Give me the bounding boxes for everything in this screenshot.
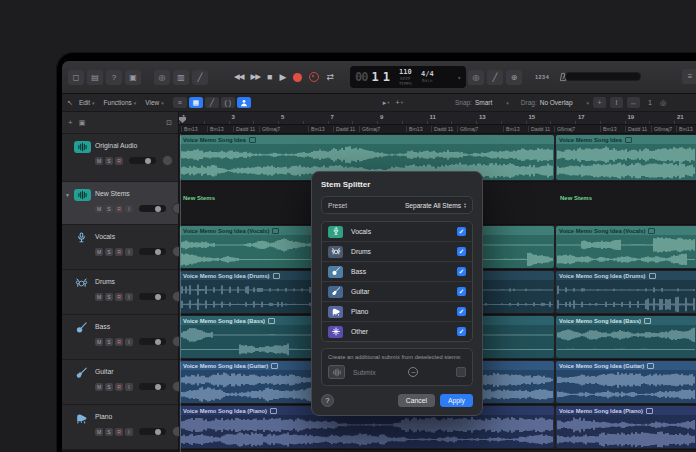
solo-button[interactable]: S [105, 205, 113, 213]
record-enable-button[interactable]: R [115, 383, 123, 391]
rewind-button[interactable]: ◀◀ [234, 73, 244, 81]
volume-knob[interactable] [155, 294, 161, 300]
solo-button[interactable]: S [105, 383, 113, 391]
record-enable-button[interactable]: R [115, 293, 123, 301]
grid-view-icon[interactable]: ▦ [189, 97, 203, 108]
master-volume-slider[interactable] [565, 72, 641, 81]
smart-controls-icon[interactable]: ◎ [154, 70, 170, 85]
tuner-icon[interactable]: ◎ [468, 70, 484, 85]
mute-button[interactable]: M [95, 338, 103, 346]
stem-splitter-icon[interactable] [237, 97, 251, 108]
track-header-original-audio[interactable]: Original AudioMSR [62, 134, 178, 182]
solo-button[interactable]: S [105, 157, 113, 165]
cycle-icon[interactable]: ⇄ [326, 73, 334, 82]
playhead-marker-icon[interactable] [179, 117, 186, 123]
command-click-tool-menu[interactable]: +▾ [396, 99, 403, 106]
add-track-button[interactable]: + [68, 118, 73, 127]
region-list-icon[interactable]: ≡ [173, 97, 187, 108]
quick-help-icon[interactable]: ? [106, 70, 122, 85]
automation-icon[interactable]: ╱ [205, 97, 219, 108]
catch-playhead-icon[interactable]: ↖ [67, 99, 73, 107]
disclosure-chevron-icon[interactable]: ▼ [65, 192, 70, 198]
pointer-tool-menu[interactable]: ▸▾ [383, 99, 390, 107]
volume-knob[interactable] [155, 206, 161, 212]
record-enable-button[interactable]: R [115, 338, 123, 346]
volume-knob[interactable] [145, 158, 151, 164]
minus-circle-icon[interactable]: – [408, 367, 418, 377]
volume-slider[interactable] [139, 383, 166, 390]
capture-record-icon[interactable] [309, 72, 319, 82]
library-icon[interactable]: ◻ [68, 70, 84, 85]
solo-button[interactable]: S [105, 248, 113, 256]
input-monitor-button[interactable]: I [125, 383, 133, 391]
track-header-piano[interactable]: PianoMSRI [62, 405, 178, 450]
volume-slider[interactable] [139, 205, 166, 212]
track-header-bass[interactable]: BassMSRI [62, 315, 178, 360]
functions-menu[interactable]: Functions▾ [104, 99, 137, 106]
region-guitar[interactable]: Voice Memo Song Idea (Guitar) [556, 361, 696, 403]
help-button[interactable]: ? [321, 394, 334, 407]
track-header-new-stems[interactable]: ▼New StemsMSRI [62, 182, 178, 225]
solo-button[interactable]: S [105, 338, 113, 346]
mute-button[interactable]: M [95, 383, 103, 391]
volume-slider[interactable] [139, 428, 166, 435]
pan-knob[interactable] [162, 155, 173, 166]
track-header-drums[interactable]: DrumsMSRI [62, 270, 178, 315]
edit-menu[interactable]: Edit▾ [79, 99, 95, 106]
snap-menu[interactable]: Snap: Smart▾ [455, 99, 509, 106]
count-in-button[interactable]: 1234 [535, 74, 549, 80]
record-enable-button[interactable]: R [115, 205, 123, 213]
region-vocals[interactable]: Voice Memo Song Idea (Vocals) [556, 226, 696, 268]
mute-button[interactable]: M [95, 205, 103, 213]
resize-icon[interactable]: ↔ [627, 97, 640, 108]
pencil-icon[interactable]: ╱ [487, 70, 503, 85]
volume-knob[interactable] [155, 429, 161, 435]
volume-knob[interactable] [155, 339, 161, 345]
stem-checkbox[interactable]: ✓ [457, 327, 466, 336]
mute-button[interactable]: M [95, 293, 103, 301]
volume-knob[interactable] [155, 384, 161, 390]
mute-button[interactable]: M [95, 157, 103, 165]
region-original-audio[interactable]: Voice Memo Song Idea [556, 135, 696, 180]
track-header-options-icon[interactable]: ⊡ [166, 119, 172, 127]
mixer-icon[interactable]: ▥ [173, 70, 189, 85]
record-enable-button[interactable]: R [115, 428, 123, 436]
input-monitor-button[interactable]: I [125, 428, 133, 436]
stem-checkbox[interactable]: ✓ [457, 307, 466, 316]
stem-checkbox[interactable]: ✓ [457, 267, 466, 276]
region-piano[interactable]: Voice Memo Song Idea (Piano) [556, 406, 696, 448]
record-enable-button[interactable]: R [115, 157, 123, 165]
cancel-button[interactable]: Cancel [398, 394, 435, 407]
zoom-control-icon[interactable]: ◎ [660, 99, 666, 107]
view-menu[interactable]: View▾ [145, 99, 164, 106]
bar-ruler[interactable]: 13579111315171921 [179, 112, 696, 125]
lcd-chevron-icon[interactable]: ▾ [457, 74, 461, 81]
flex-icon[interactable]: ( ) [221, 97, 235, 108]
solo-button[interactable]: S [105, 293, 113, 301]
input-monitor-button[interactable]: I [125, 338, 133, 346]
add-icon[interactable]: ⊕ [506, 70, 522, 85]
volume-slider[interactable] [139, 293, 166, 300]
mute-button[interactable]: M [95, 248, 103, 256]
stem-checkbox[interactable]: ✓ [457, 287, 466, 296]
input-monitor-button[interactable]: I [125, 248, 133, 256]
track-header-vocals[interactable]: VocalsMSRI [62, 225, 178, 270]
lcd-display[interactable]: 00 1 1 110 KEEP TEMPO 4/4 Bmin ▾ [350, 66, 466, 88]
record-button[interactable] [293, 73, 302, 82]
stop-button[interactable]: ■ [267, 73, 272, 82]
drag-menu[interactable]: Drag: No Overlap▾ [521, 99, 589, 106]
solo-button[interactable]: S [105, 428, 113, 436]
playhead[interactable] [180, 134, 181, 452]
editors-icon[interactable]: ╱ [192, 70, 208, 85]
stem-checkbox[interactable]: ✓ [457, 247, 466, 256]
preset-dropdown[interactable]: Separate All Stems ▴▾ [405, 202, 466, 209]
input-monitor-button[interactable]: I [125, 293, 133, 301]
volume-slider[interactable] [139, 248, 166, 255]
mute-button[interactable]: M [95, 428, 103, 436]
volume-slider[interactable] [139, 338, 166, 345]
toolbar-toggle-icon[interactable]: ▣ [125, 70, 141, 85]
duplicate-track-button[interactable]: ▣ [79, 119, 86, 127]
inspector-icon[interactable]: ▤ [87, 70, 103, 85]
region-drums[interactable]: Voice Memo Song Idea (Drums) [556, 271, 696, 313]
crosshair-icon[interactable]: + [593, 97, 606, 108]
